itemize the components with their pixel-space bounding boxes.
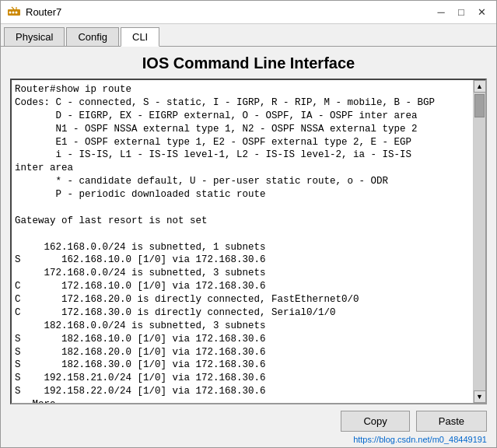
paste-button[interactable]: Paste xyxy=(416,411,487,432)
title-bar-controls: ─ □ ✕ xyxy=(432,4,490,21)
tab-bar: Physical Config CLI xyxy=(1,24,496,47)
copy-button[interactable]: Copy xyxy=(341,411,409,432)
page-title: IOS Command Line Interface xyxy=(1,47,496,79)
status-url: https://blog.csdn.net/m0_48449191 xyxy=(353,435,487,444)
title-bar: Router7 ─ □ ✕ xyxy=(1,1,496,24)
tab-cli[interactable]: CLI xyxy=(121,27,159,47)
svg-point-3 xyxy=(16,11,18,13)
svg-line-4 xyxy=(12,7,14,9)
window-title: Router7 xyxy=(26,6,61,18)
scroll-up-arrow[interactable]: ▲ xyxy=(474,80,486,93)
router-icon xyxy=(7,5,21,19)
main-window: Router7 ─ □ ✕ Physical Config CLI IOS Co… xyxy=(0,0,497,448)
cli-area: Router#show ip route Codes: C - connecte… xyxy=(10,79,487,404)
maximize-button[interactable]: □ xyxy=(453,4,470,21)
bottom-bar: Copy Paste xyxy=(1,404,496,435)
close-button[interactable]: ✕ xyxy=(473,4,490,21)
tab-config[interactable]: Config xyxy=(66,27,119,46)
scroll-thumb[interactable] xyxy=(474,94,485,117)
svg-point-1 xyxy=(9,11,12,13)
scroll-track[interactable] xyxy=(474,93,485,390)
status-bar: https://blog.csdn.net/m0_48449191 xyxy=(1,435,496,447)
scroll-down-arrow[interactable]: ▼ xyxy=(474,390,486,403)
svg-point-2 xyxy=(12,11,15,13)
minimize-button[interactable]: ─ xyxy=(432,4,450,21)
title-bar-left: Router7 xyxy=(7,5,61,19)
tab-physical[interactable]: Physical xyxy=(4,27,65,46)
cli-output[interactable]: Router#show ip route Codes: C - connecte… xyxy=(12,80,473,403)
scrollbar[interactable]: ▲ ▼ xyxy=(473,80,485,403)
